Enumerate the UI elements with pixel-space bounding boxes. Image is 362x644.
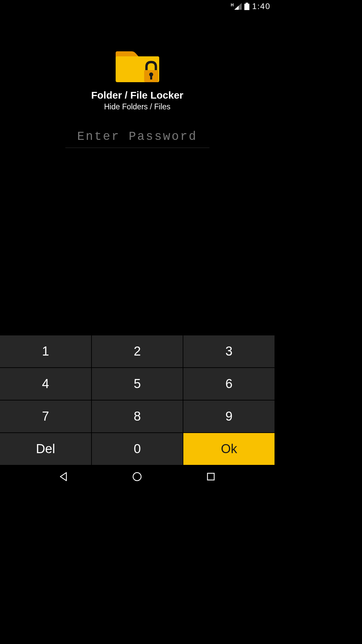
recent-square-icon (206, 472, 215, 481)
signal-icon (234, 3, 242, 10)
status-time: 1:40 (252, 2, 270, 11)
keypad-del-button[interactable]: Del (0, 433, 91, 465)
svg-rect-0 (246, 3, 248, 4)
svg-rect-1 (244, 4, 249, 10)
app-header: Folder / File Locker Hide Folders / File… (0, 49, 275, 111)
keypad-6-button[interactable]: 6 (183, 368, 275, 400)
svg-point-5 (133, 473, 141, 481)
nav-home-button[interactable] (127, 467, 147, 487)
home-circle-icon (132, 472, 142, 482)
app-title: Folder / File Locker (91, 90, 183, 101)
nav-recent-button[interactable] (201, 467, 221, 487)
keypad-3-button[interactable]: 3 (183, 335, 275, 367)
keypad-7-button[interactable]: 7 (0, 400, 91, 432)
battery-icon (244, 3, 249, 10)
keypad-ok-button[interactable]: Ok (183, 433, 275, 465)
svg-rect-4 (150, 75, 152, 79)
password-input[interactable] (65, 126, 209, 148)
signal-label: H (231, 3, 234, 7)
keypad-0-button[interactable]: 0 (92, 433, 183, 465)
keypad-4-button[interactable]: 4 (0, 368, 91, 400)
nav-bar (0, 465, 275, 488)
keypad: 1 2 3 4 5 6 7 8 9 Del 0 Ok (0, 335, 275, 465)
keypad-5-button[interactable]: 5 (92, 368, 183, 400)
status-bar: H 1:40 (227, 0, 275, 13)
app-subtitle: Hide Folders / Files (104, 102, 170, 111)
keypad-1-button[interactable]: 1 (0, 335, 91, 367)
back-triangle-icon (59, 472, 68, 481)
nav-back-button[interactable] (54, 467, 74, 487)
keypad-8-button[interactable]: 8 (92, 400, 183, 432)
keypad-2-button[interactable]: 2 (92, 335, 183, 367)
keypad-9-button[interactable]: 9 (183, 400, 275, 432)
signal-indicator: H (231, 3, 242, 10)
password-field-wrapper (65, 126, 209, 148)
svg-rect-6 (207, 473, 214, 480)
folder-lock-icon (116, 49, 159, 82)
